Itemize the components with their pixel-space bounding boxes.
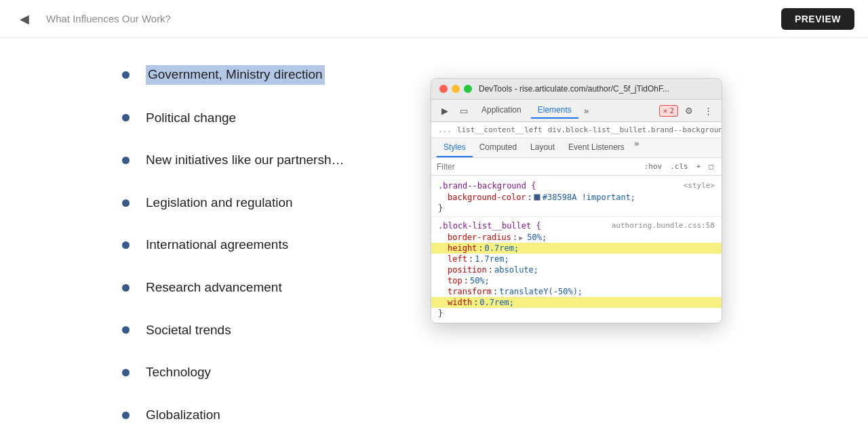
devtools-titlebar: DevTools - rise.articulate.com/author/C_… xyxy=(431,79,722,100)
add-style-icon[interactable]: + xyxy=(694,161,704,172)
list-bullet xyxy=(122,241,130,249)
item-text: Legislation and regulation xyxy=(146,194,293,212)
css-property-line: position : absolute; xyxy=(431,264,722,275)
css-property-line-highlighted: width : 0.7rem; xyxy=(431,297,722,308)
settings-icon[interactable]: ⚙ xyxy=(681,102,697,119)
prop-name: background-color xyxy=(448,193,526,202)
list-bullet xyxy=(122,284,130,292)
prop-colon: : xyxy=(528,193,532,202)
devtools-toolbar: ▶ ▭ Application Elements » ✕ 2 ⚙ ⋮ xyxy=(431,100,722,122)
list-item: Technology xyxy=(122,363,868,382)
error-icon: ✕ xyxy=(663,106,668,115)
prop-colon: : xyxy=(469,254,473,264)
list-bullet xyxy=(122,369,130,376)
css-source[interactable]: authoring.bundle.css:58 xyxy=(612,221,715,231)
prop-value: 0.7rem; xyxy=(485,243,519,253)
prop-colon: : xyxy=(478,243,483,253)
prop-name: transform xyxy=(448,287,492,296)
rule-header: .brand--background { <style> xyxy=(431,180,722,192)
filter-bar: :hov .cls + □ xyxy=(431,158,722,176)
item-text: Societal trends xyxy=(146,321,231,340)
rule-header: .block-list__bullet { authoring.bundle.c… xyxy=(431,220,722,232)
prop-colon: : xyxy=(488,265,493,275)
css-selector: .block-list__bullet { xyxy=(438,221,541,231)
list-bullet xyxy=(122,199,130,207)
hov-filter[interactable]: :hov xyxy=(642,161,665,172)
style-tabs-more-icon[interactable]: » xyxy=(631,138,642,157)
breadcrumb-item-2: div.block-list__bullet.brand--background xyxy=(548,125,722,134)
tab-application[interactable]: Application xyxy=(475,102,528,119)
list-item: Globalization xyxy=(122,406,868,424)
prop-colon: : xyxy=(473,298,478,307)
tab-layout[interactable]: Layout xyxy=(524,138,561,157)
css-property-line: top : 50%; xyxy=(431,275,722,286)
prop-name: top xyxy=(448,276,462,285)
color-swatch xyxy=(534,194,540,201)
rule-close-brace: } xyxy=(431,308,722,319)
list-item: Societal trends xyxy=(122,321,868,340)
css-property-line: transform : translateY(-50%); xyxy=(431,286,722,297)
prop-name: width xyxy=(448,298,472,307)
more-options-icon[interactable]: ⋮ xyxy=(700,102,716,119)
prop-value: translateY(-50%); xyxy=(499,287,583,296)
breadcrumb-item-1: list__content__left xyxy=(457,125,542,134)
toolbar-right: ✕ 2 ⚙ ⋮ xyxy=(659,102,716,119)
css-content: .brand--background { <style> background-… xyxy=(431,176,722,323)
style-tabs: Styles Computed Layout Event Listeners » xyxy=(431,138,722,158)
device-icon[interactable]: ▭ xyxy=(456,102,472,119)
css-selector: .brand--background { xyxy=(438,181,536,191)
list-bullet xyxy=(122,412,130,419)
filter-actions: :hov .cls + □ xyxy=(642,161,716,172)
rule-close-brace: } xyxy=(431,203,722,214)
cls-filter[interactable]: .cls xyxy=(667,161,691,172)
list-bullet xyxy=(122,71,130,79)
list-bullet xyxy=(122,114,130,121)
prop-colon: : xyxy=(493,287,498,296)
filter-input[interactable] xyxy=(437,162,636,172)
css-property-line-highlighted: height : 0.7rem; xyxy=(431,243,722,254)
prop-value: absolute; xyxy=(494,265,538,275)
prop-name: border-radius xyxy=(448,233,511,242)
item-text: Research advancement xyxy=(146,279,282,297)
list-bullet xyxy=(122,326,130,334)
item-text: Government, Ministry direction xyxy=(146,65,325,85)
css-property-line: background-color : #38598A !important; xyxy=(431,192,722,203)
back-icon: ◀ xyxy=(20,12,29,26)
css-rule-brand-background: .brand--background { <style> background-… xyxy=(431,178,722,215)
back-button[interactable]: ◀ xyxy=(14,8,35,30)
prop-name: height xyxy=(448,243,477,253)
maximize-icon[interactable] xyxy=(464,85,472,93)
devtools-title: DevTools - rise.articulate.com/author/C_… xyxy=(479,84,713,94)
prop-name: left xyxy=(448,254,467,264)
prop-colon: : xyxy=(464,276,469,285)
devtools-breadcrumb: ... list__content__left div.block-list__… xyxy=(431,122,722,138)
tab-elements[interactable]: Elements xyxy=(531,102,578,119)
prop-value: 50%; xyxy=(519,233,547,242)
error-count: 2 xyxy=(669,106,674,115)
item-text: Globalization xyxy=(146,406,220,424)
item-text: New initiatives like our partnersh… xyxy=(146,151,344,170)
css-source[interactable]: <style> xyxy=(684,181,715,191)
toggle-sidebar-icon[interactable]: □ xyxy=(706,161,716,172)
rule-separator xyxy=(431,216,722,217)
tab-computed[interactable]: Computed xyxy=(473,138,524,157)
breadcrumb-ellipsis: ... xyxy=(438,125,452,134)
top-bar: ◀ What Influences Our Work? PREVIEW xyxy=(0,0,868,38)
preview-button[interactable]: PREVIEW xyxy=(781,8,854,30)
inspect-icon[interactable]: ▶ xyxy=(437,102,453,119)
css-rule-block-list-bullet: .block-list__bullet { authoring.bundle.c… xyxy=(431,218,722,320)
tab-styles[interactable]: Styles xyxy=(437,138,473,157)
css-property-line: border-radius : 50%; xyxy=(431,232,722,243)
tabs-more-icon[interactable]: » xyxy=(581,106,592,116)
prop-value: 1.7rem; xyxy=(475,254,509,264)
error-badge: ✕ 2 xyxy=(659,105,678,117)
prop-value: #38598A !important; xyxy=(542,193,635,202)
minimize-icon[interactable] xyxy=(452,85,460,93)
prop-name: position xyxy=(448,265,487,275)
tab-event-listeners[interactable]: Event Listeners xyxy=(561,138,631,157)
item-text: Political change xyxy=(146,109,236,127)
css-property-line: left : 1.7rem; xyxy=(431,254,722,264)
traffic-lights xyxy=(439,85,472,93)
item-text: International agreements xyxy=(146,236,288,254)
close-icon[interactable] xyxy=(439,85,448,93)
